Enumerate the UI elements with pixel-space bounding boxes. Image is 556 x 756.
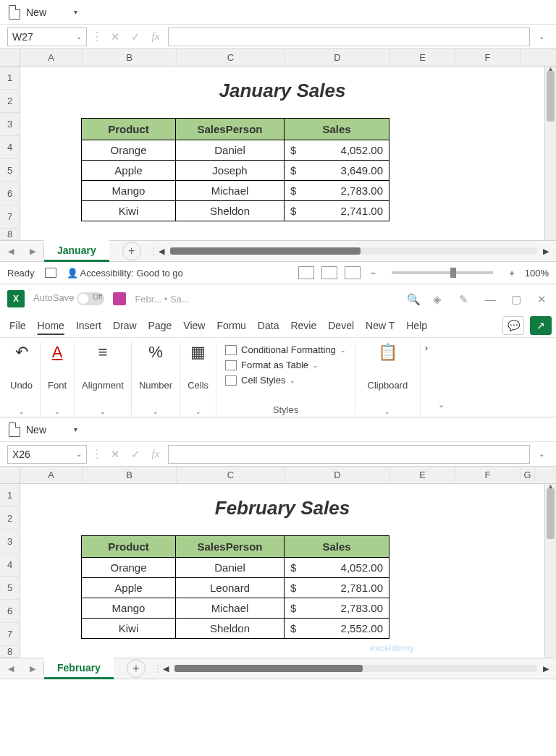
- alignment-icon[interactable]: ≡: [98, 342, 108, 362]
- chevron-down-icon[interactable]: ⌄: [195, 408, 201, 415]
- fx-icon[interactable]: fx: [148, 448, 164, 460]
- sheet-content[interactable]: February Sales Product SalesPerson Sales…: [20, 484, 544, 658]
- chevron-down-icon[interactable]: ⌄: [76, 33, 82, 41]
- cell-sales[interactable]: $2,783.00: [285, 181, 389, 201]
- close-icon[interactable]: ✕: [537, 293, 549, 305]
- chevron-down-icon[interactable]: ⌄: [54, 408, 60, 415]
- new-document-icon[interactable]: [9, 422, 20, 437]
- cell-salesperson[interactable]: Sheldon: [176, 201, 285, 221]
- vertical-scrollbar[interactable]: ▲: [544, 484, 556, 658]
- row-header[interactable]: 6: [0, 182, 20, 205]
- scrollbar-track[interactable]: [170, 247, 537, 255]
- cell-sales[interactable]: $2,783.00: [285, 598, 389, 619]
- vertical-scrollbar[interactable]: ▲: [544, 67, 556, 240]
- fx-icon[interactable]: fx: [148, 30, 164, 43]
- cell-sales[interactable]: $4,052.00: [285, 140, 389, 161]
- tab-developer[interactable]: Devel: [323, 313, 359, 338]
- row-header[interactable]: 3: [0, 530, 20, 553]
- cell-product[interactable]: Mango: [82, 181, 176, 201]
- tab-help[interactable]: Help: [401, 313, 432, 338]
- cell-product[interactable]: Kiwi: [82, 619, 176, 639]
- collapse-ribbon-icon[interactable]: ⌄: [432, 342, 450, 415]
- add-sheet-button[interactable]: +: [122, 242, 141, 260]
- page-break-view-icon[interactable]: [345, 266, 361, 279]
- header-product[interactable]: Product: [82, 119, 176, 140]
- horizontal-scrollbar[interactable]: ⋮ ◀ ▶: [146, 663, 556, 674]
- select-all-corner[interactable]: [0, 467, 20, 483]
- autosave-label[interactable]: AutoSave: [33, 292, 104, 305]
- enter-formula-icon[interactable]: ✓: [127, 448, 143, 461]
- cell-salesperson[interactable]: Leonard: [176, 578, 285, 598]
- new-document-icon[interactable]: [9, 5, 20, 20]
- qat-customize-dropdown[interactable]: ▾: [74, 8, 77, 16]
- tab-home[interactable]: Home: [33, 313, 70, 338]
- share-button[interactable]: ↗: [530, 316, 552, 335]
- accessibility-status[interactable]: 👤 Accessibility: Good to go: [67, 268, 183, 279]
- row-header[interactable]: 2: [0, 507, 20, 530]
- autosave-toggle[interactable]: [77, 292, 104, 305]
- scroll-left-icon[interactable]: ◀: [163, 664, 169, 674]
- scrollbar-track[interactable]: [174, 665, 537, 672]
- cells-icon[interactable]: ▦: [190, 342, 206, 362]
- col-header[interactable]: E: [390, 467, 455, 483]
- maximize-icon[interactable]: ▢: [511, 293, 523, 305]
- cell-salesperson[interactable]: Daniel: [176, 140, 285, 161]
- col-header[interactable]: B: [83, 467, 177, 483]
- row-header[interactable]: 1: [0, 67, 20, 90]
- group-more[interactable]: ›: [421, 342, 432, 415]
- tab-insert[interactable]: Insert: [71, 313, 106, 338]
- diamond-icon[interactable]: ◈: [433, 293, 445, 305]
- cell-product[interactable]: Orange: [82, 558, 176, 578]
- sheet-content[interactable]: January Sales Product SalesPerson Sales …: [20, 67, 544, 240]
- zoom-thumb[interactable]: [450, 268, 456, 278]
- row-header[interactable]: 3: [0, 113, 20, 136]
- row-header[interactable]: 8: [0, 646, 20, 658]
- sheet-tab-january[interactable]: January: [44, 240, 109, 262]
- header-product[interactable]: Product: [82, 536, 176, 558]
- sheet-tab-february[interactable]: February: [44, 658, 114, 679]
- cell-salesperson[interactable]: Sheldon: [176, 619, 285, 639]
- col-header[interactable]: F: [455, 49, 521, 66]
- tab-draw[interactable]: Draw: [108, 313, 142, 338]
- row-header[interactable]: 5: [0, 159, 20, 182]
- col-header[interactable]: G: [521, 467, 535, 483]
- clipboard-icon[interactable]: 📋: [378, 342, 397, 362]
- tab-review[interactable]: Revie: [285, 313, 321, 338]
- tab-file[interactable]: File: [4, 313, 31, 338]
- col-header[interactable]: C: [177, 467, 285, 483]
- font-icon[interactable]: A: [52, 342, 63, 362]
- zoom-in-button[interactable]: +: [509, 268, 515, 279]
- col-header[interactable]: F: [455, 467, 521, 483]
- cell-salesperson[interactable]: Michael: [176, 598, 285, 619]
- row-header[interactable]: 4: [0, 136, 20, 159]
- scrollbar-thumb[interactable]: [547, 488, 555, 539]
- qat-customize-dropdown[interactable]: ▾: [74, 425, 77, 433]
- chevron-down-icon[interactable]: ⌄: [384, 408, 390, 415]
- save-icon[interactable]: [113, 292, 126, 305]
- cell-product[interactable]: Orange: [82, 140, 176, 161]
- col-header[interactable]: B: [83, 49, 177, 66]
- tab-data[interactable]: Data: [253, 313, 285, 338]
- row-header[interactable]: 7: [0, 623, 20, 646]
- cell-salesperson[interactable]: Daniel: [176, 558, 285, 578]
- qat-new-label[interactable]: New: [26, 424, 46, 436]
- tab-nav-prev-icon[interactable]: ◀: [0, 247, 22, 256]
- search-icon[interactable]: 🔍: [407, 293, 418, 305]
- scroll-right-icon[interactable]: ▶: [543, 664, 549, 674]
- cell-sales[interactable]: $3,649.00: [285, 161, 389, 181]
- cancel-formula-icon[interactable]: ✕: [107, 30, 123, 43]
- enter-formula-icon[interactable]: ✓: [127, 30, 143, 43]
- cell-styles-button[interactable]: Cell Styles ⌄: [225, 373, 346, 388]
- cell-product[interactable]: Apple: [82, 161, 176, 181]
- formula-input[interactable]: [168, 445, 530, 464]
- add-sheet-button[interactable]: +: [127, 659, 146, 678]
- expand-formula-icon[interactable]: ⌄: [534, 33, 549, 41]
- col-header[interactable]: C: [177, 49, 285, 66]
- chevron-down-icon[interactable]: ⌄: [76, 450, 82, 458]
- col-header[interactable]: A: [20, 49, 83, 66]
- cell-sales[interactable]: $4,052.00: [285, 558, 389, 578]
- cell-salesperson[interactable]: Michael: [176, 181, 285, 201]
- header-salesperson[interactable]: SalesPerson: [176, 536, 285, 558]
- normal-view-icon[interactable]: [298, 266, 314, 279]
- horizontal-scrollbar[interactable]: ⋮ ◀ ▶: [141, 245, 556, 257]
